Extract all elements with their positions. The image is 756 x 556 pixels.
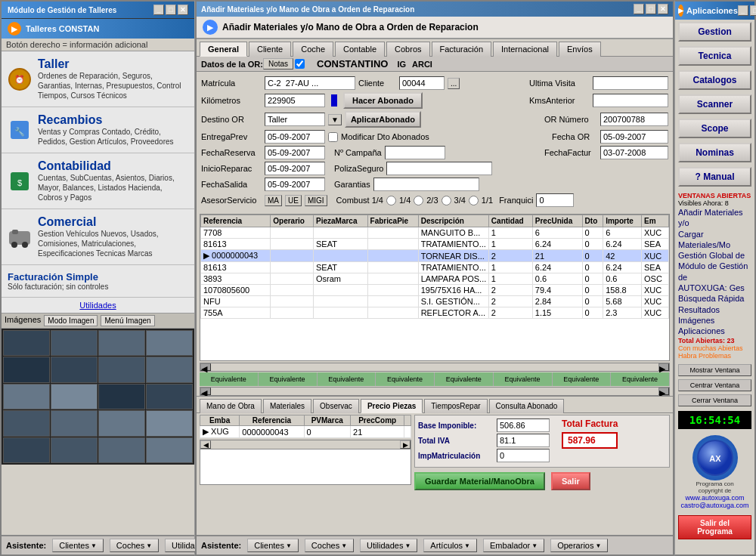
table-row[interactable]: 3893 Osram LAMPARA POS... 1 0.6 0 0.6 OS… bbox=[201, 273, 669, 285]
right-win-minimize[interactable]: _ bbox=[738, 5, 748, 16]
guardar-btn[interactable]: Guardar Material/ManoObra bbox=[414, 472, 545, 490]
website-link[interactable]: www.autoxuga.com bbox=[678, 494, 751, 502]
imp-matriculacion-input[interactable] bbox=[497, 449, 550, 462]
as-ma-btn[interactable]: MA bbox=[265, 195, 282, 206]
bottom-hscroll[interactable]: ◀ ▶ bbox=[200, 440, 411, 449]
app-gestion-btn[interactable]: Gestion bbox=[678, 22, 751, 42]
main-win-maximize[interactable]: □ bbox=[646, 4, 656, 14]
notas-checkbox[interactable] bbox=[295, 59, 305, 69]
main-asistente-utilidades[interactable]: Utilidades▼ bbox=[360, 539, 417, 552]
tab-general[interactable]: General bbox=[200, 42, 247, 57]
bscroll-right[interactable]: ▶ bbox=[400, 440, 411, 449]
main-win-minimize[interactable]: _ bbox=[634, 4, 644, 14]
as-migi-btn[interactable]: MIGI bbox=[305, 195, 327, 206]
combust-2-3[interactable] bbox=[414, 196, 423, 205]
main-asistente-coches[interactable]: Coches▼ bbox=[305, 539, 354, 552]
main-asistente-embalador[interactable]: Embalador▼ bbox=[483, 539, 544, 552]
win-minimize[interactable]: _ bbox=[153, 5, 164, 15]
combust-1-1[interactable] bbox=[469, 196, 479, 205]
menu-contabilidad[interactable]: $ Contabilidad Cuentas, SubCuentas, Asie… bbox=[2, 153, 194, 209]
combust-3-4[interactable] bbox=[442, 196, 451, 205]
notas-button[interactable]: Notas bbox=[263, 58, 293, 70]
tab-contable[interactable]: Contable bbox=[335, 42, 385, 57]
cerrar-ventana-btn[interactable]: Cerrar Ventana bbox=[678, 394, 751, 406]
scroll-left[interactable]: ◀ bbox=[200, 363, 211, 371]
table-row[interactable]: 81613 SEAT TRATAMIENTO... 1 6.24 0 6.24 … bbox=[201, 239, 669, 250]
tab-internacional[interactable]: Internacional bbox=[493, 42, 557, 57]
kilometros-input[interactable] bbox=[265, 94, 325, 107]
as-ue-btn[interactable]: UE bbox=[285, 195, 302, 206]
poliza-seguro-input[interactable] bbox=[386, 162, 492, 175]
salir-btn[interactable]: Salir bbox=[551, 472, 590, 490]
tab-mano-obra[interactable]: Mano de Obra bbox=[200, 399, 262, 413]
fecha-factur-input[interactable] bbox=[600, 146, 668, 159]
matricula-input[interactable] bbox=[265, 76, 355, 90]
tab-tiempos-repar[interactable]: TiemposRepar bbox=[424, 399, 487, 413]
app-nominas-btn[interactable]: Nominas bbox=[678, 143, 751, 162]
table-row[interactable]: NFU S.I. GESTIÓN... 2 2.84 0 5.68 XUC bbox=[201, 296, 669, 307]
table-row[interactable]: ▶ 0000000043 TORNEAR DIS... 2 21 0 42 XU… bbox=[201, 250, 669, 262]
aplicar-abonado-btn[interactable]: AplicarAbonado bbox=[345, 111, 421, 128]
tab-facturacion[interactable]: Facturación bbox=[432, 42, 491, 57]
table-row[interactable]: 755A REFLECTOR A... 2 1.15 0 2.3 XUC bbox=[201, 307, 669, 319]
table-row[interactable]: 7708 MANGUITO B... 1 6 0 6 XUC bbox=[201, 227, 669, 239]
win-close[interactable]: ✕ bbox=[178, 5, 188, 15]
menu-comercial[interactable]: Comercial Gestion Vehículos Nuevos, Usad… bbox=[2, 209, 194, 265]
kms-anterior-input[interactable] bbox=[593, 94, 668, 107]
entrega-prev-input[interactable] bbox=[265, 130, 325, 144]
cliente-input[interactable] bbox=[399, 76, 445, 90]
menu-imagen-btn[interactable]: Menú Imagen bbox=[101, 315, 154, 326]
ultima-visita-input[interactable] bbox=[593, 76, 668, 90]
right-win-maximize[interactable]: □ bbox=[750, 5, 756, 16]
email-link[interactable]: castro@autoxuga.com bbox=[678, 502, 751, 509]
horizontal-scrollbar-2[interactable]: ◀ ▶ bbox=[200, 387, 670, 396]
main-win-close[interactable]: ✕ bbox=[658, 4, 668, 14]
combust-1-4[interactable] bbox=[386, 196, 396, 205]
tab-consulta-abonado[interactable]: Consulta Abonado bbox=[489, 399, 565, 413]
app-manual-btn[interactable]: ? Manual bbox=[678, 167, 751, 187]
modo-imagen-btn[interactable]: Modo Imagen bbox=[44, 315, 98, 326]
tab-observac[interactable]: Observac bbox=[313, 399, 359, 413]
fecha-or-input[interactable] bbox=[600, 130, 668, 144]
tab-cliente[interactable]: Cliente bbox=[249, 42, 291, 57]
tab-coche[interactable]: Coche bbox=[293, 42, 333, 57]
main-asistente-articulos[interactable]: Artículos▼ bbox=[423, 539, 477, 552]
app-scanner-btn[interactable]: Scanner bbox=[678, 94, 751, 114]
inicio-reparac-input[interactable] bbox=[265, 162, 325, 175]
main-asistente-operarios[interactable]: Operarios▼ bbox=[550, 539, 608, 552]
salir-programa-btn[interactable]: Salir del Programa bbox=[678, 515, 751, 539]
app-scope-btn[interactable]: Scope bbox=[678, 119, 751, 138]
fecha-salida-input[interactable] bbox=[265, 178, 325, 191]
mostrar-ventana-btn[interactable]: Mostrar Ventana bbox=[678, 364, 751, 376]
hacer-abonado-btn[interactable]: Hacer Abonado bbox=[343, 92, 423, 109]
scroll-left-2[interactable]: ◀ bbox=[200, 388, 211, 395]
table-row[interactable]: 1070805600 195/75X16 HA... 2 79.4 0 158.… bbox=[201, 285, 669, 296]
app-tecnica-btn[interactable]: Tecnica bbox=[678, 46, 751, 66]
base-imponible-input[interactable] bbox=[497, 419, 550, 432]
tab-materiales[interactable]: Materiales bbox=[263, 399, 311, 413]
garantias-input[interactable] bbox=[373, 178, 479, 191]
or-numero-input[interactable] bbox=[600, 113, 668, 126]
menu-facturacion[interactable]: Facturación Simple Sólo facturación; sin… bbox=[2, 265, 194, 298]
scroll-right[interactable]: ▶ bbox=[658, 363, 669, 371]
tab-cobros[interactable]: Cobros bbox=[386, 42, 429, 57]
asistente-clientes[interactable]: Clientes ▼ bbox=[52, 539, 104, 552]
total-iva-input[interactable] bbox=[497, 434, 550, 447]
bscroll-left[interactable]: ◀ bbox=[200, 440, 211, 449]
table-row[interactable]: 81613 SEAT TRATAMIENTO... 1 6.24 0 6.24 … bbox=[201, 262, 669, 273]
win-maximize[interactable]: □ bbox=[166, 5, 176, 15]
asistente-coches[interactable]: Coches ▼ bbox=[110, 539, 159, 552]
utilidades-link[interactable]: Utilidades bbox=[2, 298, 194, 313]
main-asistente-clientes[interactable]: Clientes▼ bbox=[247, 539, 299, 552]
centrar-ventana-btn[interactable]: Centrar Ventana bbox=[678, 379, 751, 391]
cliente-btn[interactable]: ... bbox=[448, 78, 460, 89]
fecha-reserva-input[interactable] bbox=[265, 146, 325, 159]
app-catalogos-btn[interactable]: Catalogos bbox=[678, 70, 751, 90]
no-campana-input[interactable] bbox=[385, 146, 445, 159]
horizontal-scrollbar[interactable]: ◀ ▶ bbox=[200, 363, 670, 372]
destino-dropdown[interactable]: ▼ bbox=[328, 114, 342, 125]
scroll-right-2[interactable]: ▶ bbox=[658, 388, 669, 395]
tab-envios[interactable]: Envíos bbox=[559, 42, 601, 57]
tab-precio-piezas[interactable]: Precio Piezas bbox=[361, 399, 423, 413]
destino-or-input[interactable] bbox=[265, 113, 325, 126]
